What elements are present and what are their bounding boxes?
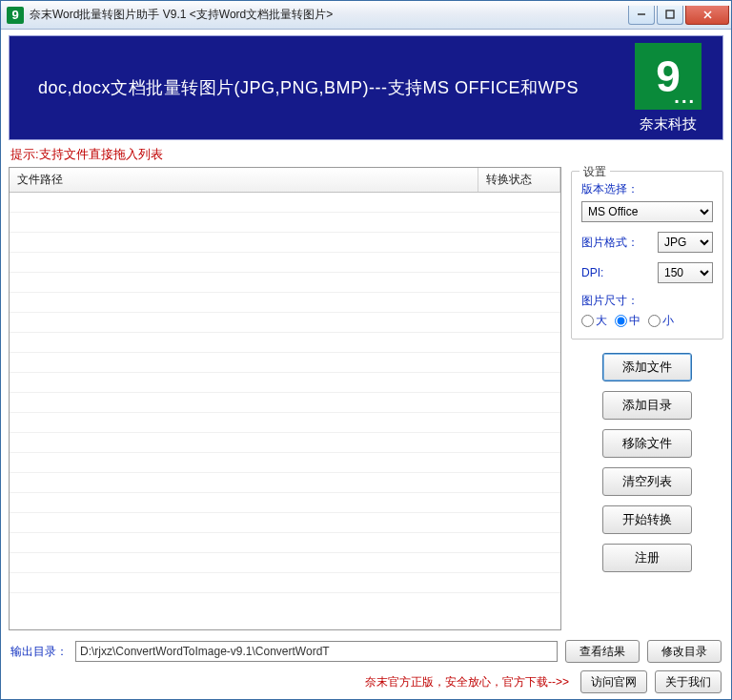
logo-icon: 9	[635, 43, 702, 110]
format-select[interactable]: JPG	[658, 232, 713, 253]
table-body[interactable]	[10, 193, 560, 629]
table-row	[10, 553, 560, 573]
size-label: 图片尺寸：	[581, 293, 713, 309]
size-large-radio[interactable]	[581, 315, 594, 327]
output-label: 输出目录：	[10, 644, 68, 660]
change-dir-button[interactable]: 修改目录	[647, 640, 722, 663]
file-table[interactable]: 文件路径 转换状态	[9, 167, 561, 630]
table-row	[10, 573, 560, 593]
main-row: 文件路径 转换状态	[9, 167, 723, 630]
output-row: 输出目录： 查看结果 修改目录	[9, 630, 723, 667]
left-panel: 文件路径 转换状态	[9, 167, 561, 630]
table-row	[10, 313, 560, 333]
drag-hint: 提示:支持文件直接拖入列表	[9, 140, 723, 167]
table-row	[10, 393, 560, 413]
dpi-label: DPI:	[581, 266, 603, 279]
table-row	[10, 413, 560, 433]
table-row	[10, 293, 560, 313]
close-button[interactable]	[685, 6, 729, 25]
add-file-button[interactable]: 添加文件	[602, 353, 692, 381]
col-path-header[interactable]: 文件路径	[10, 168, 478, 192]
size-large-option[interactable]: 大	[581, 313, 607, 329]
table-row	[10, 533, 560, 553]
table-row	[10, 273, 560, 293]
view-result-button[interactable]: 查看结果	[565, 640, 640, 663]
table-row	[10, 473, 560, 493]
app-icon: 9	[7, 7, 24, 24]
clear-list-button[interactable]: 清空列表	[602, 467, 692, 496]
size-field: 图片尺寸： 大 中 小	[581, 293, 713, 329]
client-area: doc,docx文档批量转图片(JPG,PNG,BMP)---支持MS OFFI…	[1, 30, 731, 699]
table-row	[10, 193, 560, 213]
table-row	[10, 253, 560, 273]
table-row	[10, 373, 560, 393]
version-label: 版本选择：	[581, 181, 713, 197]
about-us-button[interactable]: 关于我们	[655, 670, 722, 693]
dpi-field: DPI: 150	[581, 262, 713, 283]
table-row	[10, 333, 560, 353]
window-controls	[626, 6, 729, 25]
logo-wrap: 9 奈末科技	[635, 43, 702, 134]
col-status-header[interactable]: 转换状态	[478, 168, 560, 192]
table-row	[10, 453, 560, 473]
footer: 奈末官方正版，安全放心，官方下载-->> 访问官网 关于我们	[9, 667, 723, 695]
table-row	[10, 493, 560, 513]
right-panel: 设置 版本选择： MS Office 图片格式： JPG	[571, 167, 723, 630]
remove-file-button[interactable]: 移除文件	[602, 429, 692, 458]
size-medium-option[interactable]: 中	[615, 313, 640, 329]
brand-name: 奈末科技	[640, 115, 697, 134]
table-row	[10, 353, 560, 373]
maximize-button[interactable]	[657, 6, 683, 25]
action-buttons: 添加文件 添加目录 移除文件 清空列表 开始转换 注册	[571, 353, 723, 572]
svg-rect-1	[666, 10, 674, 18]
register-button[interactable]: 注册	[602, 544, 692, 572]
app-window: 9 奈末Word批量转图片助手 V9.1 <支持Word文档批量转图片> doc…	[0, 0, 732, 700]
size-small-option[interactable]: 小	[648, 313, 674, 329]
banner: doc,docx文档批量转图片(JPG,PNG,BMP)---支持MS OFFI…	[9, 35, 723, 140]
dpi-select[interactable]: 150	[658, 262, 713, 283]
table-row	[10, 433, 560, 453]
size-radios: 大 中 小	[581, 313, 713, 329]
size-small-radio[interactable]	[648, 315, 661, 327]
settings-title: 设置	[580, 164, 610, 180]
footer-notice: 奈末官方正版，安全放心，官方下载-->>	[365, 674, 569, 690]
output-path-input[interactable]	[75, 641, 558, 662]
table-row	[10, 513, 560, 533]
table-row	[10, 213, 560, 233]
version-select[interactable]: MS Office	[581, 201, 713, 222]
banner-headline: doc,docx文档批量转图片(JPG,PNG,BMP)---支持MS OFFI…	[38, 76, 579, 99]
table-row	[10, 233, 560, 253]
titlebar: 9 奈末Word批量转图片助手 V9.1 <支持Word文档批量转图片>	[1, 1, 731, 30]
add-dir-button[interactable]: 添加目录	[602, 391, 692, 420]
start-convert-button[interactable]: 开始转换	[602, 505, 692, 534]
settings-group: 设置 版本选择： MS Office 图片格式： JPG	[571, 171, 723, 340]
format-label: 图片格式：	[581, 235, 639, 251]
window-title: 奈末Word批量转图片助手 V9.1 <支持Word文档批量转图片>	[30, 7, 626, 23]
version-field: 版本选择： MS Office	[581, 181, 713, 222]
table-header: 文件路径 转换状态	[10, 168, 560, 193]
size-medium-radio[interactable]	[615, 315, 627, 327]
minimize-button[interactable]	[628, 6, 655, 25]
format-field: 图片格式： JPG	[581, 232, 713, 253]
visit-site-button[interactable]: 访问官网	[580, 670, 647, 693]
